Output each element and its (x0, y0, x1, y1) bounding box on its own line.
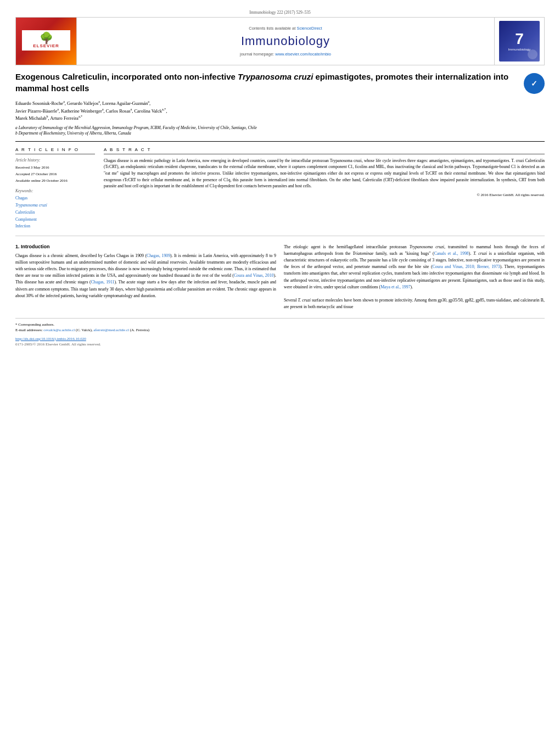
article-title-text: Exogenous Calreticulin, incorporated ont… (15, 71, 518, 137)
sciencedirect-link[interactable]: ScienceDirect (296, 26, 322, 31)
abstract-header: A B S T R A C T (104, 147, 545, 154)
crossmark-badge[interactable]: ✓ (524, 73, 545, 94)
section-intro-header: 1. Introduction (15, 244, 276, 249)
and-text: and (513, 298, 519, 303)
journal-top-ref: Immunobiology 222 (2017) 529–535 (15, 10, 545, 15)
intro-col2-text: The etiologic agent is the hemiflagellat… (284, 244, 545, 310)
email-link-ferreira[interactable]: aferreir@med.uchile.cl (93, 328, 129, 332)
abstract-col: A B S T R A C T Chagas disease is an end… (104, 147, 545, 230)
email-link-valck[interactable]: cevalck@u.uchile.cl (43, 328, 75, 332)
article-body-row: A R T I C L E I N F O Article history: R… (15, 147, 545, 236)
affiliation-section: a Laboratory of Immunology of the Microb… (15, 125, 518, 137)
journal-cover: 7 Immunobiology (499, 21, 540, 62)
body-col-left: 1. Introduction Chagas disease is a chro… (15, 244, 276, 310)
cover-label: Immunobiology (508, 48, 531, 51)
keywords-header: Keywords: (15, 188, 95, 193)
cover-number: 7 (515, 31, 524, 47)
abstract-text: Chagas disease is an endemic pathology i… (104, 158, 545, 189)
affiliation-b: b Department of Biochemistry, University… (15, 131, 518, 137)
journal-cover-area: 7 Immunobiology (495, 18, 544, 65)
intro-col1-text: Chagas disease is a chronic ailment, des… (15, 253, 276, 299)
footnote-corresponding: * Corresponding authors. (15, 322, 545, 328)
keyword-trypanosoma[interactable]: Trypanosoma cruzi (15, 202, 95, 209)
copyright-line: © 2016 Elsevier GmbH. All rights reserve… (104, 193, 545, 197)
keyword-infection[interactable]: Infection (15, 223, 95, 230)
issn-line: 0171-2985/© 2016 Elsevier GmbH. All righ… (15, 342, 545, 347)
footer-section: * Corresponding authors. E-mail addresse… (15, 318, 545, 347)
elsevier-logo-area: 🌳 ELSEVIER (16, 18, 76, 65)
crossmark-icon[interactable]: ✓ (524, 73, 545, 94)
journal-title: Immunobiology (241, 34, 330, 48)
body-col-right: The etiologic agent is the hemiflagellat… (284, 244, 545, 310)
body-two-col: 1. Introduction Chagas disease is a chro… (15, 244, 545, 310)
doi-line[interactable]: http://dx.doi.org/10.1016/j.imbio.2016.1… (15, 337, 545, 341)
article-info-header: A R T I C L E I N F O (15, 147, 95, 154)
footnote-email: E-mail addresses: cevalck@u.uchile.cl (C… (15, 327, 545, 333)
cover-decoration (528, 49, 537, 59)
article-main-title: Exogenous Calreticulin, incorporated ont… (15, 71, 518, 94)
page-wrapper: Immunobiology 222 (2017) 529–535 🌳 ELSEV… (0, 0, 560, 742)
elsevier-logo-box: 🌳 ELSEVIER (22, 30, 70, 51)
elsevier-label: ELSEVIER (25, 43, 67, 48)
homepage-line: journal homepage: www.elsevier.com/locat… (240, 52, 331, 57)
authors-line: Eduardo Sosoniuk-Rochea, Gerardo Vallejo… (15, 99, 518, 122)
header-center: Contents lists available at ScienceDirec… (76, 18, 495, 65)
history-label: Article history: (15, 158, 95, 163)
keyword-complement[interactable]: Complement (15, 216, 95, 224)
affiliation-a: a Laboratory of Immunology of the Microb… (15, 125, 518, 131)
info-dates: Received 3 May 2016 Accepted 27 October … (15, 165, 95, 185)
contents-line: Contents lists available at ScienceDirec… (249, 26, 322, 31)
homepage-link[interactable]: www.elsevier.com/locate/imbio (275, 52, 331, 57)
keyword-calreticulin[interactable]: Calreticulin (15, 209, 95, 216)
elsevier-tree-icon: 🌳 (25, 32, 67, 43)
article-info-col: A R T I C L E I N F O Article history: R… (15, 147, 95, 230)
header-section: 🌳 ELSEVIER Contents lists available at S… (15, 17, 545, 65)
article-title-section: Exogenous Calreticulin, incorporated ont… (15, 71, 545, 142)
keyword-chagas[interactable]: Chagas (15, 195, 95, 202)
top-ref-text: Immunobiology 222 (2017) 529–535 (249, 10, 310, 15)
